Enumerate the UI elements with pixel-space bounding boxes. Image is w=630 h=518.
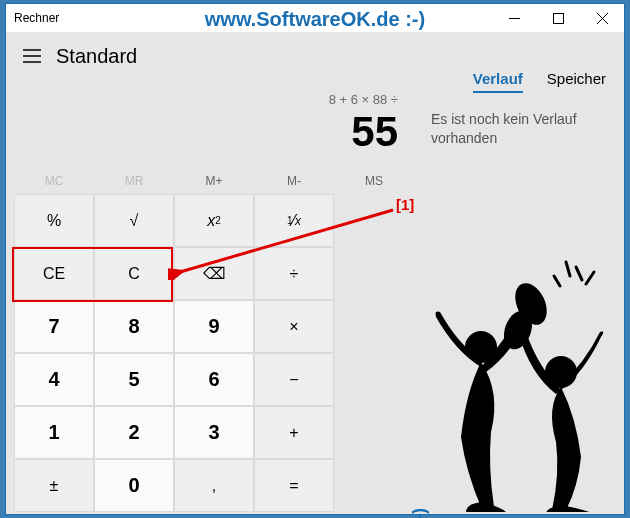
key-6[interactable]: 6 [174, 353, 254, 406]
minimize-button[interactable] [492, 4, 536, 32]
mode-label: Standard [52, 45, 137, 68]
key-reciprocal[interactable]: 1∕x [254, 194, 334, 247]
window-title: Rechner [14, 11, 59, 25]
result: 55 [6, 108, 414, 156]
maximize-button[interactable] [536, 4, 580, 32]
key-9[interactable]: 9 [174, 300, 254, 353]
key-sign[interactable]: ± [14, 459, 94, 512]
menu-button[interactable] [12, 36, 52, 76]
tab-history[interactable]: Verlauf [473, 70, 523, 93]
key-0[interactable]: 0 [94, 459, 174, 512]
key-square[interactable]: x2 [174, 194, 254, 247]
svg-point-8 [465, 331, 497, 363]
key-add[interactable]: + [254, 406, 334, 459]
key-divide[interactable]: ÷ [254, 247, 334, 300]
key-5[interactable]: 5 [94, 353, 174, 406]
svg-rect-1 [553, 13, 563, 23]
key-backspace[interactable]: ⌫ [174, 247, 254, 300]
key-ce[interactable]: CE [14, 247, 94, 300]
key-equals[interactable]: = [254, 459, 334, 512]
key-percent[interactable]: % [14, 194, 94, 247]
expression: 8 + 6 × 88 ÷ [6, 92, 414, 107]
titlebar: Rechner [6, 4, 624, 32]
key-subtract[interactable]: − [254, 353, 334, 406]
mem-mr: MR [94, 168, 174, 194]
key-7[interactable]: 7 [14, 300, 94, 353]
keypad: % √ x2 1∕x CE C ⌫ ÷ 7 8 9 × 4 [14, 194, 414, 512]
key-1[interactable]: 1 [14, 406, 94, 459]
mem-mc: MC [14, 168, 94, 194]
tab-memory[interactable]: Speicher [547, 70, 606, 93]
history-empty-text: Es ist noch kein Verlauf vorhanden [431, 110, 606, 148]
memory-row: MC MR M+ M- MS [14, 168, 414, 194]
mem-mplus[interactable]: M+ [174, 168, 254, 194]
close-button[interactable] [580, 4, 624, 32]
svg-point-10 [545, 356, 577, 388]
key-8[interactable]: 8 [94, 300, 174, 353]
mem-ms[interactable]: MS [334, 168, 414, 194]
key-c[interactable]: C [94, 247, 174, 300]
key-sqrt[interactable]: √ [94, 194, 174, 247]
key-4[interactable]: 4 [14, 353, 94, 406]
key-multiply[interactable]: × [254, 300, 334, 353]
mem-mminus[interactable]: M- [254, 168, 334, 194]
svg-point-9 [509, 278, 553, 330]
key-3[interactable]: 3 [174, 406, 254, 459]
svg-point-11 [499, 307, 537, 353]
key-2[interactable]: 2 [94, 406, 174, 459]
key-decimal[interactable]: , [174, 459, 254, 512]
decorative-silhouette [426, 252, 616, 512]
